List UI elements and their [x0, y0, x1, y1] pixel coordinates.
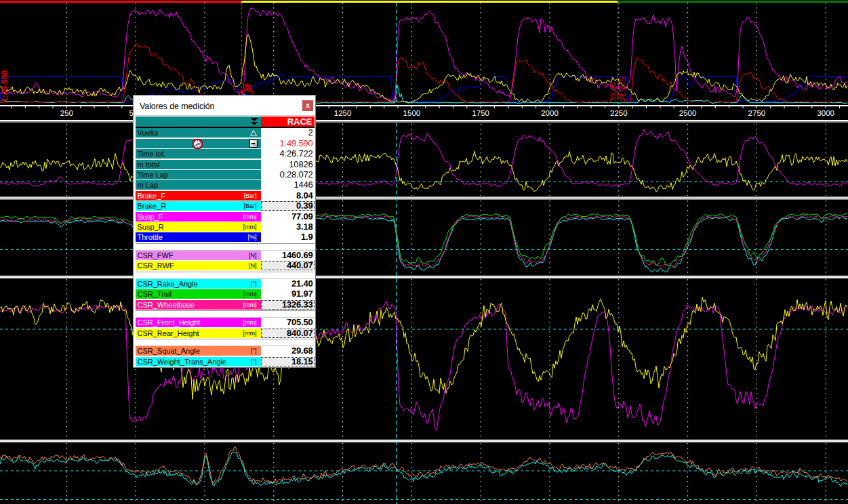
svg-text:32.47: 32.47	[609, 81, 618, 102]
svg-text:2500: 2500	[679, 109, 697, 117]
svg-text:2000: 2000	[541, 109, 559, 117]
svg-text:1:49.590: 1:49.590	[0, 70, 9, 102]
svg-text:1500: 1500	[403, 109, 421, 117]
svg-text:250: 250	[60, 109, 73, 117]
svg-text:1750: 1750	[472, 109, 489, 117]
svg-text:3000: 3000	[817, 109, 834, 117]
svg-text:.47: .47	[244, 83, 254, 94]
svg-text:1250: 1250	[334, 109, 352, 117]
svg-text:21.875: 21.875	[618, 77, 628, 102]
svg-text:2750: 2750	[748, 109, 766, 117]
svg-text:2250: 2250	[610, 109, 628, 117]
